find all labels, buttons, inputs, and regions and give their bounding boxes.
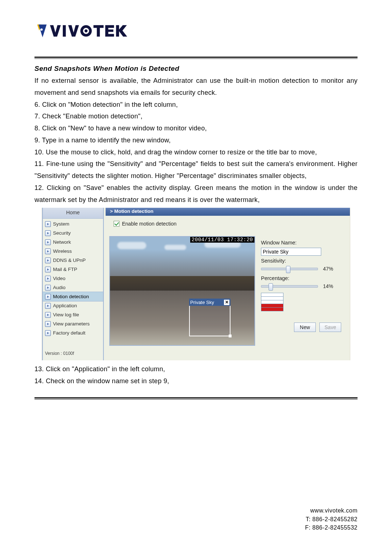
step-11: 11. Fine-tune using the "Sensitivity" an… (34, 158, 358, 182)
svg-point-0 (40, 28, 42, 31)
brand-logo (34, 22, 358, 47)
sidebar-item-label: Factory default (53, 330, 85, 336)
roi-window-title: Private Sky (190, 300, 214, 305)
body-text: If no external sensor is available, the … (34, 75, 358, 206)
arrow-right-icon (45, 248, 51, 254)
sidebar-item-motion-detection[interactable]: Motion detection (43, 292, 103, 301)
sidebar-item-ddns-upnp[interactable]: DDNS & UPnP (43, 256, 103, 265)
roi-window[interactable]: Private Sky ✕ (189, 299, 230, 336)
arrow-right-icon (45, 258, 51, 263)
sidebar-item-wireless[interactable]: Wireless (43, 247, 103, 256)
arrow-right-icon (45, 239, 51, 245)
save-button[interactable]: Save (319, 323, 341, 332)
svg-point-4 (85, 29, 87, 32)
window-name-input[interactable] (261, 248, 321, 256)
arrow-right-icon (45, 230, 51, 236)
sidebar-item-system[interactable]: System (43, 219, 103, 228)
enable-motion-label: Enable motion detection (122, 221, 176, 227)
video-timestamp: 2004/11/03 17:32:20 (190, 237, 254, 243)
sidebar-item-label: Audio (53, 285, 66, 290)
sidebar-item-label: View log file (53, 312, 79, 317)
window-name-label: Window Name: (261, 240, 346, 246)
sidebar-item-mail-ftp[interactable]: Mail & FTP (43, 265, 103, 274)
sidebar-home[interactable]: Home (43, 208, 103, 219)
arrow-right-icon (45, 294, 51, 300)
step-14: 14. Check on the window name set in step… (34, 375, 358, 387)
page-footer: www.vivotek.com T: 886-2-82455282 F: 886… (305, 506, 358, 532)
section-title: Send Snapshots When Motion is Detected (34, 65, 358, 73)
sidebar-item-view-parameters[interactable]: View parameters (43, 319, 103, 328)
sidebar-item-label: View parameters (53, 321, 90, 327)
sensitivity-slider[interactable] (261, 268, 318, 270)
sensitivity-label: Sensitivity: (261, 258, 346, 264)
step-13: 13. Click on "Application" in the left c… (34, 363, 358, 375)
step-9: 9. Type in a name to identify the new wi… (34, 134, 358, 146)
sidebar-item-label: Application (53, 303, 77, 308)
arrow-right-icon (45, 312, 51, 318)
sidebar-item-label: System (53, 221, 69, 227)
sidebar-item-audio[interactable]: Audio (43, 283, 103, 292)
version-label: Version : 0100f (45, 351, 74, 356)
intro-paragraph: If no external sensor is available, the … (34, 75, 358, 99)
step-7: 7. Check "Enable motion detection", (34, 110, 358, 122)
sidebar-item-view-log-file[interactable]: View log file (43, 310, 103, 319)
arrow-right-icon (45, 221, 51, 227)
arrow-right-icon (45, 303, 51, 309)
sidebar-item-factory-default[interactable]: Factory default (43, 328, 103, 337)
video-preview[interactable]: 2004/11/03 17:32:20 Private Sky ✕ (109, 236, 255, 346)
arrow-right-icon (45, 285, 51, 291)
sidebar-item-label: Motion detection (53, 294, 89, 299)
new-button[interactable]: New (294, 323, 316, 332)
percentage-value: 14% (323, 283, 333, 289)
sidebar-item-application[interactable]: Application (43, 301, 103, 310)
arrow-right-icon (45, 321, 51, 327)
arrow-right-icon (45, 330, 51, 336)
sidebar-item-label: DDNS & UPnP (53, 258, 86, 263)
sidebar-item-label: Security (53, 230, 71, 236)
step-12: 12. Clicking on "Save" enables the activ… (34, 182, 358, 206)
sidebar-item-label: Video (53, 276, 65, 281)
body-text-after: 13. Click on "Application" in the left c… (34, 363, 358, 387)
arrow-right-icon (45, 276, 51, 281)
sidebar-item-label: Network (53, 239, 71, 245)
resize-handle-se[interactable] (229, 335, 232, 337)
step-8: 8. Click on "New" to have a new window t… (34, 122, 358, 134)
sidebar-item-label: Mail & FTP (53, 267, 77, 272)
svg-rect-1 (63, 25, 66, 37)
percentage-slider[interactable] (261, 285, 318, 288)
arrow-right-icon (45, 267, 51, 272)
footer-tel: T: 886-2-82455282 (305, 515, 358, 523)
activity-meter (261, 293, 283, 311)
breadcrumb: > Motion detection (106, 208, 350, 216)
enable-motion-checkbox[interactable] (114, 221, 119, 227)
close-icon[interactable]: ✕ (224, 300, 229, 305)
footer-url: www.vivotek.com (305, 506, 358, 515)
sensitivity-value: 47% (323, 266, 333, 272)
step-6: 6. Click on "Motion detection" in the le… (34, 99, 358, 111)
step-10: 10. Use the mouse to click, hold, and dr… (34, 146, 358, 158)
config-sidebar: Home SystemSecurityNetworkWirelessDDNS &… (42, 208, 104, 360)
footer-rule (34, 397, 358, 400)
sidebar-item-network[interactable]: Network (43, 238, 103, 247)
sidebar-item-label: Wireless (53, 248, 72, 254)
percentage-label: Percentage: (261, 275, 346, 281)
sidebar-item-security[interactable]: Security (43, 228, 103, 238)
footer-fax: F: 886-2-82455532 (305, 523, 358, 532)
sidebar-item-video[interactable]: Video (43, 274, 103, 283)
embedded-screenshot: Home SystemSecurityNetworkWirelessDDNS &… (42, 208, 350, 360)
header-rule (34, 57, 358, 59)
